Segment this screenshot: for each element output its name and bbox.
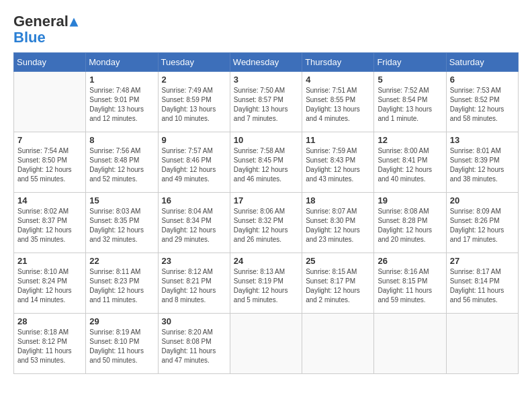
day-info: Sunrise: 7:49 AMSunset: 8:59 PMDaylight:… — [162, 86, 226, 124]
calendar-cell: 25Sunrise: 8:15 AMSunset: 8:17 PMDayligh… — [302, 253, 374, 314]
day-header-sunday: Sunday — [14, 53, 86, 72]
day-number: 23 — [162, 256, 226, 266]
calendar-cell: 6Sunrise: 7:53 AMSunset: 8:52 PMDaylight… — [446, 72, 518, 132]
day-number: 11 — [306, 135, 370, 145]
day-number: 19 — [378, 195, 442, 205]
day-info: Sunrise: 7:48 AMSunset: 9:01 PMDaylight:… — [89, 86, 154, 124]
day-header-friday: Friday — [374, 53, 446, 72]
calendar-cell: 22Sunrise: 8:11 AMSunset: 8:23 PMDayligh… — [86, 253, 158, 314]
calendar-cell: 27Sunrise: 8:17 AMSunset: 8:14 PMDayligh… — [446, 253, 518, 314]
day-number: 14 — [17, 195, 82, 205]
day-info: Sunrise: 8:13 AMSunset: 8:19 PMDaylight:… — [234, 267, 298, 305]
day-number: 27 — [450, 256, 515, 266]
day-number: 12 — [378, 135, 442, 145]
calendar-cell: 20Sunrise: 8:09 AMSunset: 8:26 PMDayligh… — [446, 193, 518, 253]
logo: General Blue — [13, 13, 79, 46]
svg-marker-0 — [70, 18, 79, 27]
calendar-cell: 7Sunrise: 7:54 AMSunset: 8:50 PMDaylight… — [14, 132, 86, 193]
day-header-thursday: Thursday — [302, 53, 374, 72]
day-info: Sunrise: 8:11 AMSunset: 8:23 PMDaylight:… — [89, 267, 154, 305]
calendar-cell — [14, 72, 86, 132]
day-info: Sunrise: 8:07 AMSunset: 8:30 PMDaylight:… — [306, 207, 370, 244]
calendar-cell: 26Sunrise: 8:16 AMSunset: 8:15 PMDayligh… — [374, 253, 446, 314]
day-number: 4 — [306, 75, 370, 85]
day-header-wednesday: Wednesday — [230, 53, 302, 72]
calendar-cell: 13Sunrise: 8:01 AMSunset: 8:39 PMDayligh… — [446, 132, 518, 193]
day-info: Sunrise: 8:15 AMSunset: 8:17 PMDaylight:… — [306, 267, 370, 305]
calendar-cell — [374, 314, 446, 374]
day-number: 20 — [450, 195, 515, 205]
calendar-cell: 16Sunrise: 8:04 AMSunset: 8:34 PMDayligh… — [158, 193, 230, 253]
day-info: Sunrise: 7:58 AMSunset: 8:45 PMDaylight:… — [234, 146, 298, 184]
day-header-saturday: Saturday — [446, 53, 518, 72]
day-number: 1 — [89, 75, 154, 85]
day-number: 24 — [234, 256, 298, 266]
day-info: Sunrise: 7:53 AMSunset: 8:52 PMDaylight:… — [450, 86, 515, 124]
calendar-cell: 12Sunrise: 8:00 AMSunset: 8:41 PMDayligh… — [374, 132, 446, 193]
day-info: Sunrise: 8:19 AMSunset: 8:10 PMDaylight:… — [89, 328, 154, 365]
day-info: Sunrise: 7:51 AMSunset: 8:55 PMDaylight:… — [306, 86, 370, 124]
day-number: 21 — [17, 256, 82, 266]
calendar-cell: 29Sunrise: 8:19 AMSunset: 8:10 PMDayligh… — [86, 314, 158, 374]
day-number: 16 — [162, 195, 226, 205]
calendar-cell: 14Sunrise: 8:02 AMSunset: 8:37 PMDayligh… — [14, 193, 86, 253]
day-number: 30 — [162, 316, 226, 326]
day-header-tuesday: Tuesday — [158, 53, 230, 72]
day-number: 18 — [306, 195, 370, 205]
calendar-week-row: 28Sunrise: 8:18 AMSunset: 8:12 PMDayligh… — [14, 314, 519, 374]
calendar-header-row: SundayMondayTuesdayWednesdayThursdayFrid… — [14, 53, 519, 72]
day-number: 29 — [89, 316, 154, 326]
calendar-week-row: 21Sunrise: 8:10 AMSunset: 8:24 PMDayligh… — [14, 253, 519, 314]
day-number: 8 — [89, 135, 154, 145]
day-number: 3 — [234, 75, 298, 85]
day-info: Sunrise: 8:02 AMSunset: 8:37 PMDaylight:… — [17, 207, 82, 244]
calendar-cell: 4Sunrise: 7:51 AMSunset: 8:55 PMDaylight… — [302, 72, 374, 132]
day-number: 13 — [450, 135, 515, 145]
day-info: Sunrise: 8:18 AMSunset: 8:12 PMDaylight:… — [17, 328, 82, 365]
calendar-cell: 30Sunrise: 8:20 AMSunset: 8:08 PMDayligh… — [158, 314, 230, 374]
day-info: Sunrise: 8:10 AMSunset: 8:24 PMDaylight:… — [17, 267, 82, 305]
calendar-cell: 17Sunrise: 8:06 AMSunset: 8:32 PMDayligh… — [230, 193, 302, 253]
calendar-cell: 23Sunrise: 8:12 AMSunset: 8:21 PMDayligh… — [158, 253, 230, 314]
calendar-cell — [230, 314, 302, 374]
day-number: 17 — [234, 195, 298, 205]
calendar-week-row: 7Sunrise: 7:54 AMSunset: 8:50 PMDaylight… — [14, 132, 519, 193]
day-number: 26 — [378, 256, 442, 266]
calendar-cell: 28Sunrise: 8:18 AMSunset: 8:12 PMDayligh… — [14, 314, 86, 374]
calendar-cell — [446, 314, 518, 374]
day-number: 9 — [162, 135, 226, 145]
day-info: Sunrise: 8:00 AMSunset: 8:41 PMDaylight:… — [378, 146, 442, 184]
day-info: Sunrise: 8:06 AMSunset: 8:32 PMDaylight:… — [234, 207, 298, 244]
calendar-cell: 1Sunrise: 7:48 AMSunset: 9:01 PMDaylight… — [86, 72, 158, 132]
day-info: Sunrise: 8:09 AMSunset: 8:26 PMDaylight:… — [450, 207, 515, 244]
day-info: Sunrise: 8:08 AMSunset: 8:28 PMDaylight:… — [378, 207, 442, 244]
calendar-week-row: 1Sunrise: 7:48 AMSunset: 9:01 PMDaylight… — [14, 72, 519, 132]
day-info: Sunrise: 7:57 AMSunset: 8:46 PMDaylight:… — [162, 146, 226, 184]
calendar-week-row: 14Sunrise: 8:02 AMSunset: 8:37 PMDayligh… — [14, 193, 519, 253]
calendar-cell: 11Sunrise: 7:59 AMSunset: 8:43 PMDayligh… — [302, 132, 374, 193]
day-info: Sunrise: 7:56 AMSunset: 8:48 PMDaylight:… — [89, 146, 154, 184]
day-info: Sunrise: 8:04 AMSunset: 8:34 PMDaylight:… — [162, 207, 226, 244]
day-info: Sunrise: 8:17 AMSunset: 8:14 PMDaylight:… — [450, 267, 515, 305]
day-number: 5 — [378, 75, 442, 85]
calendar-cell: 2Sunrise: 7:49 AMSunset: 8:59 PMDaylight… — [158, 72, 230, 132]
calendar-table: SundayMondayTuesdayWednesdayThursdayFrid… — [13, 52, 519, 374]
calendar-cell: 5Sunrise: 7:52 AMSunset: 8:54 PMDaylight… — [374, 72, 446, 132]
calendar-cell: 15Sunrise: 8:03 AMSunset: 8:35 PMDayligh… — [86, 193, 158, 253]
calendar-cell: 18Sunrise: 8:07 AMSunset: 8:30 PMDayligh… — [302, 193, 374, 253]
day-number: 7 — [17, 135, 82, 145]
day-info: Sunrise: 7:59 AMSunset: 8:43 PMDaylight:… — [306, 146, 370, 184]
page-header: General Blue — [13, 13, 519, 46]
calendar-cell: 19Sunrise: 8:08 AMSunset: 8:28 PMDayligh… — [374, 193, 446, 253]
day-number: 15 — [89, 195, 154, 205]
day-info: Sunrise: 8:12 AMSunset: 8:21 PMDaylight:… — [162, 267, 226, 305]
day-number: 6 — [450, 75, 515, 85]
calendar-cell: 24Sunrise: 8:13 AMSunset: 8:19 PMDayligh… — [230, 253, 302, 314]
day-info: Sunrise: 7:54 AMSunset: 8:50 PMDaylight:… — [17, 146, 82, 184]
logo-text: General Blue — [13, 13, 79, 46]
day-info: Sunrise: 8:03 AMSunset: 8:35 PMDaylight:… — [89, 207, 154, 244]
calendar-cell — [302, 314, 374, 374]
day-number: 25 — [306, 256, 370, 266]
day-number: 28 — [17, 316, 82, 326]
day-info: Sunrise: 7:50 AMSunset: 8:57 PMDaylight:… — [234, 86, 298, 124]
